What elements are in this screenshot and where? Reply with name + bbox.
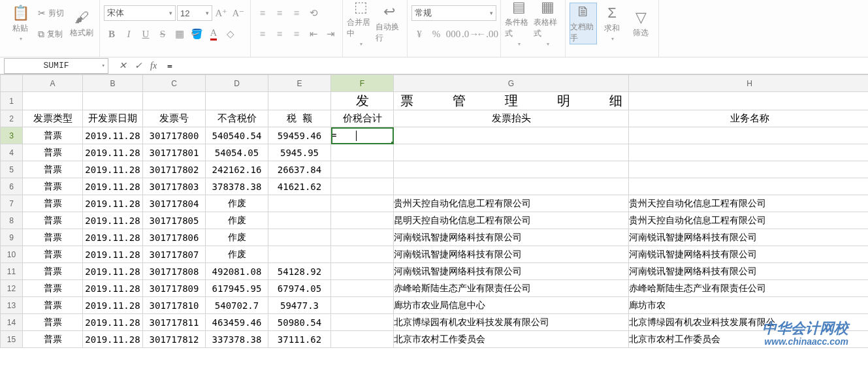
align-right-button[interactable]: ≡: [289, 26, 304, 42]
cell-F12[interactable]: [331, 280, 394, 297]
cell-A13[interactable]: 普票: [23, 297, 83, 314]
cell-G8[interactable]: 昆明天控自动化信息工程有限公司: [394, 212, 629, 229]
cell-B9[interactable]: 2019.11.28: [83, 229, 143, 246]
cell-F8[interactable]: [331, 212, 394, 229]
column-header-D[interactable]: D: [206, 75, 268, 92]
cell-C3[interactable]: 301717800: [143, 127, 206, 144]
cell-H5[interactable]: [629, 161, 869, 178]
cell-H15[interactable]: 北京市农村工作委员会: [629, 331, 869, 348]
paste-button[interactable]: 📋 粘贴: [7, 3, 34, 44]
decrease-font-button[interactable]: A⁻: [231, 5, 246, 21]
cell-F1[interactable]: 发: [331, 92, 394, 110]
cell-B7[interactable]: 2019.11.28: [83, 195, 143, 212]
cell-C8[interactable]: 301717805: [143, 212, 206, 229]
column-header-E[interactable]: E: [268, 75, 331, 92]
cell-E9[interactable]: [268, 229, 331, 246]
copy-button[interactable]: ⧉复制: [35, 27, 67, 41]
cell-C4[interactable]: 301717801: [143, 144, 206, 161]
cell-H8[interactable]: 贵州天控自动化信息工程有限公司: [629, 212, 869, 229]
cell-F5[interactable]: [331, 161, 394, 178]
align-middle-button[interactable]: ≡: [272, 5, 287, 21]
cell-A15[interactable]: 普票: [23, 331, 83, 348]
row-header-3[interactable]: 3: [1, 127, 23, 144]
currency-button[interactable]: ¥: [411, 26, 427, 42]
cell-G4[interactable]: [394, 144, 629, 161]
cell-B2[interactable]: 开发票日期: [83, 110, 143, 127]
cell-C12[interactable]: 301717809: [143, 280, 206, 297]
cell-D3[interactable]: 540540.54: [206, 127, 268, 144]
cell-F10[interactable]: [331, 246, 394, 263]
cell-E15[interactable]: 37111.62: [268, 331, 331, 348]
cell-B11[interactable]: 2019.11.28: [83, 263, 143, 280]
cell-D13[interactable]: 540702.7: [206, 297, 268, 314]
cell-A5[interactable]: 普票: [23, 161, 83, 178]
column-header-A[interactable]: A: [23, 75, 83, 92]
format-painter-button[interactable]: 🖌 格式刷: [68, 3, 95, 44]
cell-H13[interactable]: 廊坊市农: [629, 297, 869, 314]
cell-A10[interactable]: 普票: [23, 246, 83, 263]
cell-E7[interactable]: [268, 195, 331, 212]
cell-D14[interactable]: 463459.46: [206, 314, 268, 331]
comma-button[interactable]: 000: [445, 26, 461, 42]
cell-B8[interactable]: 2019.11.28: [83, 212, 143, 229]
cell-D11[interactable]: 492081.08: [206, 263, 268, 280]
cell-D4[interactable]: 54054.05: [206, 144, 268, 161]
cell-B4[interactable]: 2019.11.28: [83, 144, 143, 161]
cell-D5[interactable]: 242162.16: [206, 161, 268, 178]
cell-G3[interactable]: [394, 127, 629, 144]
cell-E1[interactable]: [268, 92, 331, 110]
filter-button[interactable]: ▽ 筛选: [627, 3, 654, 44]
strikethrough-button[interactable]: S: [155, 26, 170, 42]
number-format-select[interactable]: 常规▾: [411, 5, 496, 21]
wrap-text-button[interactable]: ↩ 自动换行: [376, 3, 403, 44]
border-button[interactable]: ▦: [172, 26, 187, 42]
cell-D12[interactable]: 617945.95: [206, 280, 268, 297]
cell-A2[interactable]: 发票类型: [23, 110, 83, 127]
row-header-5[interactable]: 5: [1, 161, 23, 178]
row-header-8[interactable]: 8: [1, 212, 23, 229]
confirm-formula-button[interactable]: ✓: [135, 60, 142, 71]
row-header-9[interactable]: 9: [1, 229, 23, 246]
cell-H1[interactable]: [629, 92, 869, 110]
cell-E14[interactable]: 50980.54: [268, 314, 331, 331]
doc-assist-button[interactable]: 🗎 文档助手: [570, 3, 597, 44]
cell-B3[interactable]: 2019.11.28: [83, 127, 143, 144]
sum-button[interactable]: Σ 求和: [598, 3, 626, 44]
select-all-corner[interactable]: [1, 75, 23, 92]
cell-F11[interactable]: [331, 263, 394, 280]
fill-color-button[interactable]: 🪣: [189, 26, 204, 42]
cell-C5[interactable]: 301717802: [143, 161, 206, 178]
cell-G11[interactable]: 河南锐讯智捷网络科技有限公司: [394, 263, 629, 280]
cell-E8[interactable]: [268, 212, 331, 229]
cell-H11[interactable]: 河南锐讯智捷网络科技有限公司: [629, 263, 869, 280]
cell-F3[interactable]: =: [331, 127, 394, 144]
font-size-select[interactable]: 12▾: [177, 5, 212, 21]
cell-C9[interactable]: 301717806: [143, 229, 206, 246]
cell-B6[interactable]: 2019.11.28: [83, 178, 143, 195]
cell-A12[interactable]: 普票: [23, 280, 83, 297]
row-header-1[interactable]: 1: [1, 92, 23, 110]
cell-G15[interactable]: 北京市农村工作委员会: [394, 331, 629, 348]
underline-button[interactable]: U: [138, 26, 153, 42]
cell-G1[interactable]: 票管理明细: [394, 92, 629, 110]
cell-E4[interactable]: 5945.95: [268, 144, 331, 161]
row-header-12[interactable]: 12: [1, 280, 23, 297]
spreadsheet-grid[interactable]: ABCDEFGH1发票管理明细2发票类型开发票日期发票号不含税价税 额价税合计发…: [0, 74, 868, 365]
cell-H2[interactable]: 业务名称: [629, 110, 869, 127]
align-center-button[interactable]: ≡: [272, 26, 287, 42]
cell-D2[interactable]: 不含税价: [206, 110, 268, 127]
indent-increase-button[interactable]: ⇥: [323, 26, 338, 42]
cell-B10[interactable]: 2019.11.28: [83, 246, 143, 263]
row-header-6[interactable]: 6: [1, 178, 23, 195]
cell-D10[interactable]: 作废: [206, 246, 268, 263]
cell-G2[interactable]: 发票抬头: [394, 110, 629, 127]
row-header-10[interactable]: 10: [1, 246, 23, 263]
cell-E12[interactable]: 67974.05: [268, 280, 331, 297]
cancel-formula-button[interactable]: ✕: [119, 60, 127, 71]
cell-E3[interactable]: 59459.46: [268, 127, 331, 144]
fx-button[interactable]: fx: [150, 61, 157, 71]
cell-F2[interactable]: 价税合计: [331, 110, 394, 127]
table-style-button[interactable]: ▦ 表格样式: [534, 3, 561, 44]
row-header-13[interactable]: 13: [1, 297, 23, 314]
cell-A9[interactable]: 普票: [23, 229, 83, 246]
